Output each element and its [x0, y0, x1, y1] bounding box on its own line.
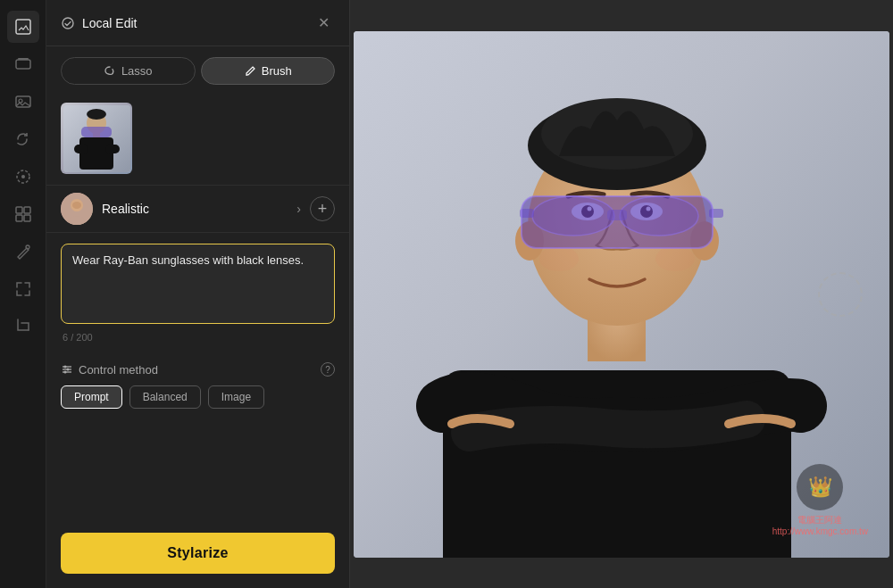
- sidebar: [0, 0, 46, 588]
- control-header: Control method ?: [61, 362, 335, 377]
- control-section: Control method ? Prompt Balanced Image: [46, 353, 349, 418]
- svg-rect-19: [74, 145, 88, 153]
- preview-area: [46, 95, 349, 185]
- svg-rect-55: [709, 209, 723, 218]
- svg-rect-0: [16, 20, 30, 34]
- style-row: Realistic › +: [46, 185, 349, 233]
- panel-header: Local Edit ✕: [46, 0, 349, 46]
- method-prompt-button[interactable]: Prompt: [61, 385, 122, 409]
- stylarize-button[interactable]: Stylarize: [61, 533, 335, 574]
- svg-rect-7: [16, 207, 22, 213]
- sidebar-icon-layers[interactable]: [7, 48, 39, 80]
- sidebar-icon-image-edit[interactable]: [7, 11, 39, 43]
- svg-rect-18: [79, 137, 113, 170]
- svg-rect-53: [607, 210, 627, 220]
- prompt-textarea[interactable]: [61, 244, 335, 324]
- svg-point-11: [26, 245, 29, 249]
- control-method-label: Control method: [79, 363, 158, 377]
- svg-rect-1: [16, 60, 30, 69]
- sliders-icon: [61, 363, 73, 376]
- selection-indicator: [818, 272, 863, 317]
- close-button[interactable]: ✕: [313, 12, 335, 33]
- svg-point-25: [72, 202, 81, 209]
- help-icon[interactable]: ?: [321, 362, 335, 377]
- left-panel: Local Edit ✕ Lasso Brush: [46, 0, 350, 588]
- brush-tool-button[interactable]: Brush: [201, 57, 336, 85]
- svg-point-6: [21, 175, 25, 178]
- preview-image: [61, 103, 132, 174]
- svg-rect-8: [24, 207, 30, 213]
- style-avatar-svg: [61, 193, 93, 225]
- canvas-area: 👑 電腦王阿達http://www.kmgc.com.tw: [350, 0, 893, 588]
- sidebar-icon-magic[interactable]: [7, 236, 39, 268]
- sidebar-icon-select-circle[interactable]: [7, 161, 39, 193]
- svg-rect-10: [24, 215, 30, 221]
- add-style-button[interactable]: +: [310, 196, 335, 221]
- svg-point-51: [532, 196, 614, 236]
- control-methods-group: Prompt Balanced Image: [61, 385, 335, 409]
- style-name: Realistic: [102, 202, 288, 216]
- svg-point-32: [64, 371, 67, 374]
- svg-point-48: [539, 246, 579, 271]
- svg-point-52: [620, 196, 698, 236]
- main-photo-svg: [354, 31, 889, 558]
- svg-rect-22: [81, 127, 112, 137]
- prompt-area: 6 / 200: [46, 233, 349, 353]
- svg-rect-3: [16, 96, 30, 107]
- svg-point-4: [19, 99, 22, 103]
- style-chevron-icon[interactable]: ›: [296, 202, 301, 216]
- method-balanced-button[interactable]: Balanced: [129, 385, 201, 409]
- svg-rect-20: [105, 145, 120, 153]
- photo-background: 👑 電腦王阿達http://www.kmgc.com.tw: [354, 31, 889, 558]
- tool-toggle-group: Lasso Brush: [46, 46, 349, 95]
- prompt-counter: 6 / 200: [61, 332, 335, 343]
- panel-title: Local Edit: [82, 16, 137, 30]
- sidebar-icon-rotate[interactable]: [7, 123, 39, 155]
- sidebar-icon-photo[interactable]: [7, 86, 39, 118]
- svg-point-30: [64, 366, 67, 369]
- photo-container: 👑 電腦王阿達http://www.kmgc.com.tw: [354, 31, 889, 558]
- svg-rect-2: [18, 58, 29, 60]
- sidebar-icon-expand[interactable]: [7, 273, 39, 305]
- svg-point-16: [87, 109, 106, 120]
- sidebar-icon-grid[interactable]: [7, 198, 39, 230]
- method-image-button[interactable]: Image: [208, 385, 264, 409]
- svg-point-12: [63, 18, 73, 29]
- panel-title-group: Local Edit: [61, 16, 137, 30]
- lasso-tool-button[interactable]: Lasso: [61, 57, 196, 85]
- sidebar-icon-crop[interactable]: [7, 311, 39, 343]
- svg-rect-9: [16, 215, 22, 221]
- brush-icon: [244, 65, 256, 78]
- lasso-icon: [104, 65, 116, 78]
- local-edit-icon: [61, 16, 75, 30]
- style-avatar: [61, 193, 93, 225]
- stylarize-area: Stylarize: [46, 520, 349, 588]
- svg-point-31: [67, 369, 70, 371]
- preview-person-svg: [63, 105, 130, 172]
- svg-point-49: [655, 246, 695, 271]
